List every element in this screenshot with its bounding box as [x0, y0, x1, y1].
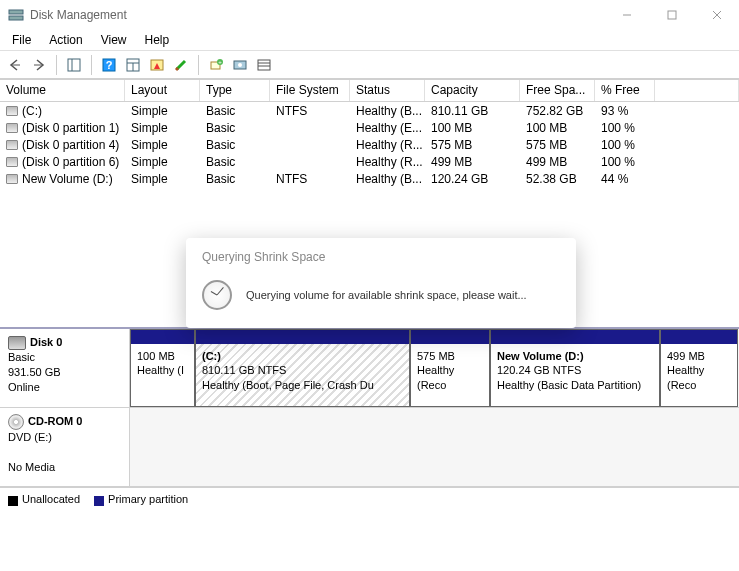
toolbar: ? +	[0, 51, 739, 79]
legend-swatch-primary	[94, 496, 104, 506]
list-view-button[interactable]	[253, 54, 275, 76]
svg-rect-1	[9, 16, 23, 20]
legend-primary: Primary partition	[108, 493, 188, 505]
settings-button[interactable]	[122, 54, 144, 76]
rescan-button[interactable]: +	[205, 54, 227, 76]
svg-rect-8	[68, 59, 80, 71]
volume-row[interactable]: (Disk 0 partition 1)SimpleBasicHealthy (…	[0, 119, 739, 136]
col-layout[interactable]: Layout	[125, 80, 200, 101]
clock-icon	[202, 280, 232, 310]
menu-help[interactable]: Help	[137, 31, 178, 49]
volume-list: Volume Layout Type File System Status Ca…	[0, 79, 739, 187]
svg-point-20	[238, 63, 242, 67]
menu-bar: File Action View Help	[0, 30, 739, 50]
col-capacity[interactable]: Capacity	[425, 80, 520, 101]
col-filesystem[interactable]: File System	[270, 80, 350, 101]
volume-row[interactable]: (C:)SimpleBasicNTFSHealthy (B...810.11 G…	[0, 102, 739, 119]
col-type[interactable]: Type	[200, 80, 270, 101]
cdrom-icon	[8, 414, 24, 430]
col-percent[interactable]: % Free	[595, 80, 655, 101]
title-bar: Disk Management	[0, 0, 739, 30]
maximize-button[interactable]	[649, 0, 694, 30]
window-title: Disk Management	[30, 8, 604, 22]
dialog-message: Querying volume for available shrink spa…	[246, 289, 527, 301]
drive-icon	[6, 157, 18, 167]
disk-row: Disk 0Basic931.50 GBOnline100 MBHealthy …	[0, 329, 739, 408]
drive-icon	[6, 123, 18, 133]
column-headers: Volume Layout Type File System Status Ca…	[0, 80, 739, 102]
graphical-view: Disk 0Basic931.50 GBOnline100 MBHealthy …	[0, 327, 739, 487]
legend-unallocated: Unallocated	[22, 493, 80, 505]
menu-file[interactable]: File	[4, 31, 39, 49]
drive-icon	[6, 140, 18, 150]
volume-row[interactable]: (Disk 0 partition 4)SimpleBasicHealthy (…	[0, 136, 739, 153]
back-button[interactable]	[4, 54, 26, 76]
properties-button[interactable]	[170, 54, 192, 76]
col-volume[interactable]: Volume	[0, 80, 125, 101]
refresh-button[interactable]	[146, 54, 168, 76]
dialog-title: Querying Shrink Space	[186, 238, 576, 268]
partition-container	[130, 408, 739, 486]
close-button[interactable]	[694, 0, 739, 30]
menu-action[interactable]: Action	[41, 31, 90, 49]
disk-icon	[8, 336, 26, 350]
app-icon	[8, 7, 24, 23]
col-status[interactable]: Status	[350, 80, 425, 101]
legend: Unallocated Primary partition	[0, 487, 739, 511]
volume-row[interactable]: (Disk 0 partition 6)SimpleBasicHealthy (…	[0, 153, 739, 170]
help-button[interactable]: ?	[98, 54, 120, 76]
partition[interactable]: 575 MBHealthy (Reco	[410, 329, 490, 407]
disk-header[interactable]: CD-ROM 0DVD (E:)No Media	[0, 408, 130, 486]
minimize-button[interactable]	[604, 0, 649, 30]
shrink-query-dialog: Querying Shrink Space Querying volume fo…	[186, 238, 576, 328]
partition[interactable]: (C:)810.11 GB NTFSHealthy (Boot, Page Fi…	[195, 329, 410, 407]
partition[interactable]: 499 MBHealthy (Reco	[660, 329, 738, 407]
svg-text:?: ?	[106, 59, 113, 71]
svg-text:+: +	[218, 59, 222, 65]
col-free[interactable]: Free Spa...	[520, 80, 595, 101]
drive-icon	[6, 106, 18, 116]
disk-row: CD-ROM 0DVD (E:)No Media	[0, 408, 739, 487]
attach-vhd-button[interactable]	[229, 54, 251, 76]
partition-container: 100 MBHealthy (I(C:)810.11 GB NTFSHealth…	[130, 329, 739, 407]
menu-view[interactable]: View	[93, 31, 135, 49]
col-spacer	[655, 80, 739, 101]
disk-header[interactable]: Disk 0Basic931.50 GBOnline	[0, 329, 130, 407]
forward-button[interactable]	[28, 54, 50, 76]
partition[interactable]: 100 MBHealthy (I	[130, 329, 195, 407]
drive-icon	[6, 174, 18, 184]
svg-rect-3	[668, 11, 676, 19]
partition[interactable]: New Volume (D:)120.24 GB NTFSHealthy (Ba…	[490, 329, 660, 407]
legend-swatch-unallocated	[8, 496, 18, 506]
svg-rect-21	[258, 60, 270, 70]
show-hide-console-tree-button[interactable]	[63, 54, 85, 76]
svg-rect-0	[9, 10, 23, 14]
volume-row[interactable]: New Volume (D:)SimpleBasicNTFSHealthy (B…	[0, 170, 739, 187]
